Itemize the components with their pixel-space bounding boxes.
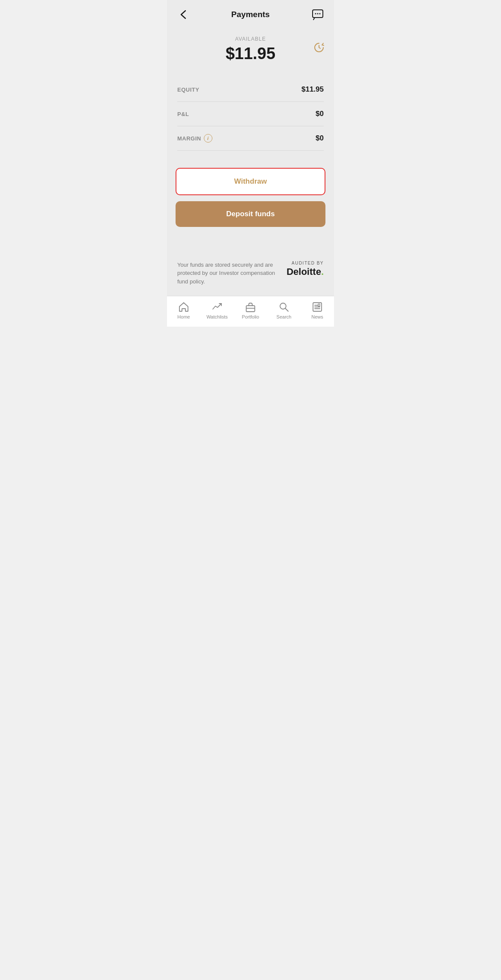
nav-label-search: Search [277, 314, 292, 319]
nav-label-portfolio: Portfolio [242, 314, 259, 319]
margin-info-icon[interactable]: i [204, 134, 212, 143]
chat-button[interactable] [310, 7, 325, 22]
svg-rect-12 [318, 304, 320, 306]
equity-value: $11.95 [301, 85, 324, 94]
history-icon[interactable] [313, 41, 325, 54]
nav-label-news: News [311, 314, 323, 319]
pnl-row: P&L $0 [177, 102, 324, 126]
header: Payments [167, 0, 334, 27]
margin-label: MARGIN i [177, 134, 212, 143]
svg-point-3 [319, 13, 321, 15]
watchlists-icon [212, 301, 223, 313]
nav-item-news[interactable]: News [301, 301, 334, 319]
pnl-value: $0 [316, 110, 324, 118]
footer-content: Your funds are stored securely and are p… [167, 234, 334, 296]
available-amount: $11.95 [176, 45, 325, 63]
svg-rect-4 [246, 306, 255, 312]
footer-row: Your funds are stored securely and are p… [177, 261, 324, 286]
bottom-nav: Home Watchlists Portfolio [167, 296, 334, 327]
nav-item-watchlists[interactable]: Watchlists [200, 301, 234, 319]
deloitte-badge: AUDITED BY Deloitte. [286, 261, 324, 277]
margin-value: $0 [316, 134, 324, 143]
nav-label-watchlists: Watchlists [206, 314, 228, 319]
nav-item-search[interactable]: Search [267, 301, 301, 319]
footer-text: Your funds are stored securely and are p… [177, 261, 280, 286]
withdraw-button[interactable]: Withdraw [176, 168, 325, 195]
nav-label-home: Home [177, 314, 190, 319]
pnl-label: P&L [177, 111, 189, 117]
deloitte-name: Deloitte. [286, 266, 324, 277]
nav-item-portfolio[interactable]: Portfolio [234, 301, 267, 319]
buttons-container: Withdraw Deposit funds [167, 158, 334, 234]
payments-screen: Payments AVAILABLE $11.95 EQUITY $1 [167, 0, 334, 327]
search-icon [278, 301, 289, 313]
home-icon [178, 301, 189, 313]
news-icon [312, 301, 323, 313]
equity-row: EQUITY $11.95 [177, 77, 324, 102]
deposit-button[interactable]: Deposit funds [176, 201, 325, 227]
svg-point-2 [317, 13, 319, 15]
nav-item-home[interactable]: Home [167, 301, 200, 319]
deloitte-dot: . [321, 266, 324, 277]
audited-by-label: AUDITED BY [292, 261, 324, 265]
available-label: AVAILABLE [176, 36, 325, 42]
stats-container: EQUITY $11.95 P&L $0 MARGIN i $0 [167, 71, 334, 158]
available-section: AVAILABLE $11.95 [167, 27, 334, 67]
back-button[interactable] [176, 7, 191, 22]
margin-row: MARGIN i $0 [177, 126, 324, 151]
svg-point-1 [315, 13, 316, 15]
equity-label: EQUITY [177, 86, 199, 93]
portfolio-icon [245, 301, 256, 313]
page-title: Payments [231, 10, 270, 19]
svg-line-7 [286, 308, 289, 311]
